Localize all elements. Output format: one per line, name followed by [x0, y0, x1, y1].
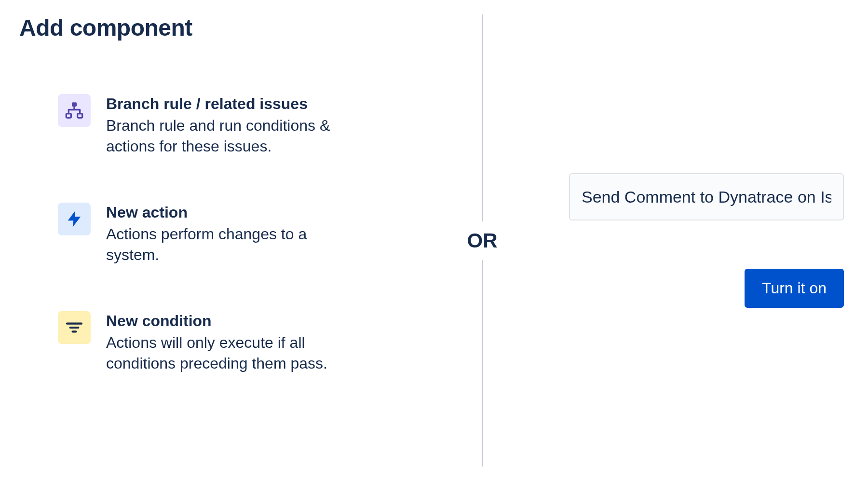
option-condition-desc: Actions will only execute if all conditi… — [106, 332, 357, 374]
option-new-condition[interactable]: New condition Actions will only execute … — [58, 311, 434, 374]
turn-it-on-button[interactable]: Turn it on — [745, 269, 844, 308]
option-action-text: New action Actions perform changes to a … — [106, 203, 357, 265]
option-branch-rule[interactable]: Branch rule / related issues Branch rule… — [58, 94, 434, 157]
option-condition-text: New condition Actions will only execute … — [106, 311, 357, 374]
left-panel: Add component Branch rule / related issu… — [19, 14, 453, 467]
option-action-title: New action — [106, 203, 357, 223]
or-label: OR — [463, 221, 502, 260]
divider: OR — [453, 14, 511, 467]
option-list: Branch rule / related issues Branch rule… — [19, 94, 434, 374]
page-title: Add component — [19, 14, 434, 41]
option-new-action[interactable]: New action Actions perform changes to a … — [58, 203, 434, 265]
button-row: Turn it on — [569, 269, 844, 308]
add-component-container: Add component Branch rule / related issu… — [0, 0, 868, 481]
filter-icon — [58, 311, 91, 344]
lightning-icon — [58, 203, 91, 235]
right-panel: Turn it on — [511, 14, 849, 467]
rule-name-input[interactable] — [569, 173, 844, 220]
option-branch-text: Branch rule / related issues Branch rule… — [106, 94, 357, 157]
option-branch-desc: Branch rule and run conditions & actions… — [106, 115, 357, 157]
option-condition-title: New condition — [106, 311, 357, 331]
option-action-desc: Actions perform changes to a system. — [106, 224, 357, 265]
branch-icon — [58, 94, 91, 127]
option-branch-title: Branch rule / related issues — [106, 94, 357, 114]
